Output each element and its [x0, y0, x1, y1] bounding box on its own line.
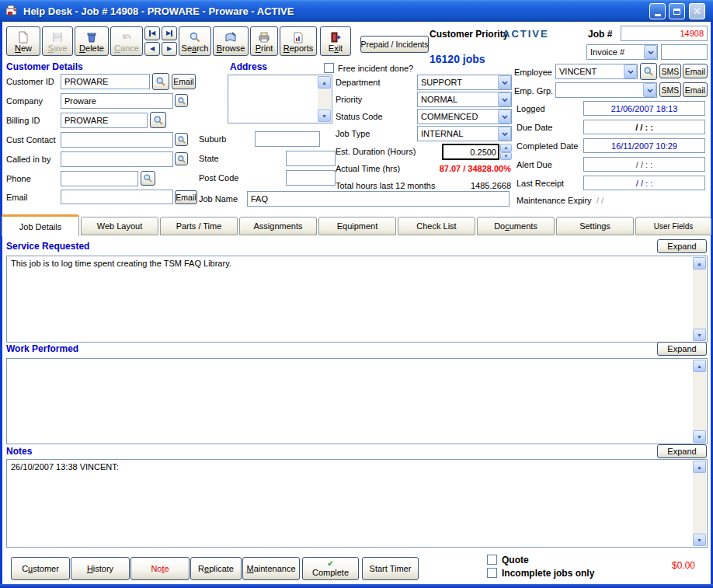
- tab-user-fields[interactable]: User Fields: [635, 217, 711, 235]
- work-performed-textarea[interactable]: ▲ ▼: [6, 358, 708, 444]
- company-search-button[interactable]: [175, 94, 188, 107]
- est-duration-spinner[interactable]: ▲ ▼: [500, 144, 512, 160]
- customer-id-search-button[interactable]: [152, 73, 169, 90]
- save-button[interactable]: Save: [42, 26, 73, 56]
- job-type-select[interactable]: INTERNAL: [417, 126, 512, 141]
- billing-id-search-button[interactable]: [150, 112, 166, 128]
- scroll-down-icon[interactable]: ▼: [693, 430, 706, 443]
- service-requested-scrollbar[interactable]: ▲ ▼: [693, 257, 706, 341]
- work-performed-scrollbar[interactable]: ▲ ▼: [693, 360, 706, 443]
- next-record-button[interactable]: ▶: [162, 42, 177, 56]
- scroll-up-icon[interactable]: ▲: [693, 461, 706, 473]
- chevron-down-icon[interactable]: [498, 75, 511, 89]
- email-send-button[interactable]: Email: [175, 190, 197, 204]
- spinner-up-icon[interactable]: ▲: [500, 144, 512, 152]
- browse-button[interactable]: Browse: [213, 26, 249, 56]
- notes-scrollbar[interactable]: ▲ ▼: [693, 461, 706, 546]
- address-scrollbar[interactable]: ▲ ▼: [318, 76, 331, 122]
- tab-equipment[interactable]: Equipment: [318, 217, 396, 235]
- print-button[interactable]: Print: [250, 26, 278, 56]
- post-code-field[interactable]: [286, 170, 336, 186]
- exit-button[interactable]: Exit: [320, 26, 351, 56]
- scroll-down-icon[interactable]: ▼: [693, 534, 706, 546]
- tab-job-details[interactable]: Job Details: [2, 214, 79, 236]
- close-button[interactable]: ✕: [689, 3, 705, 19]
- chevron-down-icon[interactable]: [498, 92, 511, 106]
- scroll-up-icon[interactable]: ▲: [318, 76, 331, 89]
- scroll-up-icon[interactable]: ▲: [693, 257, 706, 270]
- customer-id-field[interactable]: PROWARE: [61, 74, 150, 89]
- called-in-by-search-button[interactable]: [175, 152, 188, 165]
- scroll-down-icon[interactable]: ▼: [693, 329, 706, 341]
- priority-select[interactable]: NORMAL: [417, 92, 512, 107]
- chevron-down-icon[interactable]: [498, 127, 511, 141]
- new-button[interactable]: New: [6, 26, 40, 56]
- state-field[interactable]: [286, 151, 336, 166]
- tab-documents[interactable]: Documents: [477, 217, 555, 235]
- phone-field[interactable]: [61, 171, 138, 186]
- spinner-down-icon[interactable]: ▼: [500, 152, 512, 161]
- completed-date-field[interactable]: 16/11/2007 10:29: [583, 138, 705, 153]
- department-select[interactable]: SUPPORT: [417, 75, 512, 90]
- job-name-field[interactable]: FAQ: [247, 191, 510, 207]
- est-duration-field[interactable]: 0.2500: [442, 144, 499, 160]
- employee-sms-button[interactable]: SMS: [659, 64, 681, 78]
- note-button[interactable]: Note: [130, 557, 190, 580]
- notes-textarea[interactable]: 26/10/2007 13:38 VINCENT: ▲ ▼: [6, 459, 708, 548]
- notes-expand-button[interactable]: Expand: [657, 444, 707, 458]
- called-in-by-field[interactable]: [61, 151, 173, 167]
- maximize-button[interactable]: [669, 3, 685, 19]
- cust-contact-search-button[interactable]: [175, 133, 188, 146]
- chevron-down-icon[interactable]: [498, 110, 511, 124]
- emp-grp-email-button[interactable]: Email: [683, 82, 708, 97]
- alert-due-field[interactable]: / / : :: [583, 157, 705, 172]
- service-requested-expand-button[interactable]: Expand: [657, 239, 707, 253]
- chevron-down-icon[interactable]: [624, 64, 637, 78]
- invoice-selector[interactable]: Invoice #: [586, 44, 658, 60]
- minimize-button[interactable]: [649, 3, 666, 19]
- customer-email-button[interactable]: Email: [172, 74, 196, 89]
- service-requested-textarea[interactable]: This job is to log time spent creating t…: [6, 256, 708, 343]
- reports-button[interactable]: Reports: [280, 26, 317, 56]
- job-number-field[interactable]: 14908: [621, 26, 708, 41]
- free-incident-checkbox[interactable]: [324, 63, 334, 73]
- emp-grp-select[interactable]: [555, 82, 657, 98]
- work-performed-expand-button[interactable]: Expand: [657, 342, 707, 356]
- quote-checkbox[interactable]: [487, 555, 497, 565]
- last-record-button[interactable]: ▶: [162, 26, 177, 40]
- chevron-down-icon[interactable]: [644, 45, 657, 59]
- tab-settings[interactable]: Settings: [556, 217, 634, 235]
- logged-field[interactable]: 21/06/2007 18:13: [583, 101, 705, 116]
- billing-id-field[interactable]: PROWARE: [61, 113, 148, 128]
- chevron-down-icon[interactable]: [643, 83, 656, 97]
- customer-button[interactable]: Customer: [11, 557, 70, 580]
- email-field[interactable]: [61, 190, 173, 204]
- search-button[interactable]: Search: [179, 26, 211, 56]
- cancel-button[interactable]: Cance: [110, 26, 143, 56]
- last-receipt-field[interactable]: / / : :: [583, 176, 705, 190]
- status-code-select[interactable]: COMMENCED: [417, 109, 512, 124]
- employee-search-button[interactable]: [640, 63, 657, 80]
- company-field[interactable]: Proware: [61, 93, 173, 109]
- incomplete-jobs-checkbox[interactable]: [487, 568, 497, 578]
- tab-parts-time[interactable]: Parts / Time: [160, 217, 238, 235]
- cust-contact-field[interactable]: [61, 132, 173, 148]
- first-record-button[interactable]: ◀: [144, 26, 160, 40]
- emp-grp-sms-button[interactable]: SMS: [659, 82, 681, 97]
- employee-select[interactable]: VINCENT: [555, 64, 638, 79]
- maintenance-button[interactable]: Maintenance: [242, 557, 300, 580]
- address-textarea[interactable]: ▲ ▼: [228, 75, 332, 124]
- scroll-up-icon[interactable]: ▲: [693, 360, 706, 372]
- tab-web-layout[interactable]: Web Layout: [81, 217, 158, 235]
- complete-button[interactable]: ✔ Complete: [302, 557, 359, 580]
- scroll-down-icon[interactable]: ▼: [318, 110, 331, 122]
- previous-record-button[interactable]: ◀: [144, 42, 160, 56]
- delete-button[interactable]: Delete: [75, 26, 109, 56]
- start-timer-button[interactable]: Start Timer: [362, 557, 419, 580]
- history-button[interactable]: History: [71, 557, 130, 580]
- tab-assignments[interactable]: Assignments: [239, 217, 317, 235]
- due-date-field[interactable]: / / : :: [583, 120, 705, 134]
- prepaid-incidents-button[interactable]: Prepaid / Incidents: [360, 36, 429, 53]
- tab-check-list[interactable]: Check List: [398, 217, 475, 235]
- employee-email-button[interactable]: Email: [683, 64, 708, 78]
